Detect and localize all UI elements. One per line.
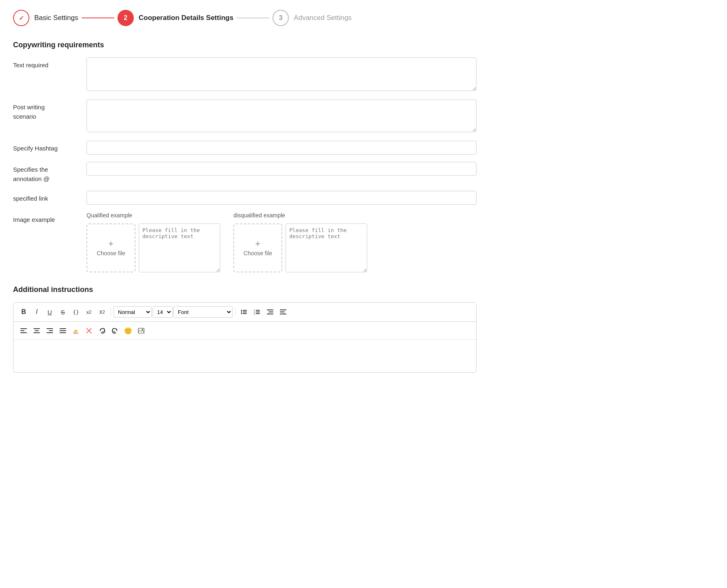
disqualified-col: disqualified example + Choose file	[233, 212, 367, 272]
link-input[interactable]	[86, 191, 477, 205]
font-select-wrap: Font Arial Times New Roman Georgia	[173, 306, 233, 318]
hashtag-row: Specify Hashtag	[13, 141, 477, 155]
emoji-button[interactable]: 🙂	[122, 325, 134, 337]
align-center-button[interactable]	[31, 325, 43, 337]
size-select[interactable]: 12 14 16 18 20	[153, 306, 173, 318]
disqualified-upload-box[interactable]: + Choose file	[233, 223, 282, 272]
text-required-input[interactable]	[86, 57, 477, 91]
svg-rect-22	[35, 330, 39, 331]
subscript-button[interactable]: X2	[96, 306, 108, 318]
text-required-label: Text required	[13, 57, 86, 70]
svg-point-2	[241, 312, 242, 313]
svg-rect-16	[280, 312, 285, 312]
hashtag-label: Specify Hashtag	[13, 141, 86, 153]
step-2-label: Cooperation Details Settings	[139, 14, 233, 22]
qualified-col: Qualified example + Choose file	[86, 212, 220, 272]
superscript-button[interactable]: x2	[83, 306, 95, 318]
disqualified-desc-input[interactable]	[286, 223, 367, 272]
strikethrough-button[interactable]: S	[57, 306, 69, 318]
annotation-label: Specifies theannotation @	[13, 162, 86, 183]
annotation-wrap	[86, 162, 477, 176]
format-select[interactable]: Normal Heading 1 Heading 2 Heading 3	[113, 306, 152, 318]
step-connector-2	[237, 18, 269, 18]
svg-rect-28	[60, 330, 66, 331]
format-select-wrap: Normal Heading 1 Heading 2 Heading 3	[113, 306, 152, 318]
undo-button[interactable]	[96, 325, 108, 337]
rich-editor: B I U S {} x2 X2 Normal Heading 1 Headin…	[13, 302, 477, 373]
post-writing-label: Post writingscenario	[13, 99, 86, 121]
post-writing-input[interactable]	[86, 99, 477, 132]
step-2: 2 Cooperation Details Settings	[117, 10, 233, 26]
align-justify-button[interactable]	[57, 325, 69, 337]
svg-rect-7	[256, 310, 260, 311]
additional-title: Additional instructions	[13, 285, 477, 294]
link-wrap	[86, 191, 477, 205]
svg-rect-20	[20, 332, 27, 333]
qualified-upload-label: Choose file	[97, 250, 125, 256]
svg-rect-12	[267, 309, 273, 310]
step-3-label: Advanced Settings	[294, 14, 352, 22]
svg-point-0	[241, 310, 242, 311]
toolbar-separator-2	[235, 308, 235, 316]
svg-rect-15	[280, 309, 286, 310]
stepper: ✓ Basic Settings 2 Cooperation Details S…	[13, 10, 477, 26]
qualified-label: Qualified example	[86, 212, 220, 219]
editor-content-area[interactable]	[13, 340, 476, 372]
svg-rect-14	[267, 314, 273, 314]
svg-rect-18	[20, 328, 27, 329]
align-right-button[interactable]	[44, 325, 56, 337]
ordered-list-button[interactable]: 1.2.3.	[251, 306, 263, 318]
outdent-button[interactable]	[264, 306, 276, 318]
align-left-button[interactable]	[18, 325, 30, 337]
step-3: 3 Advanced Settings	[273, 10, 352, 26]
svg-rect-27	[60, 328, 66, 329]
italic-button[interactable]: I	[31, 306, 43, 318]
text-required-row: Text required	[13, 57, 477, 92]
hashtag-wrap	[86, 141, 477, 155]
step-1-circle: ✓	[13, 10, 29, 26]
copywriting-section: Copywriting requirements Text required P…	[13, 41, 477, 272]
hashtag-input[interactable]	[86, 141, 477, 155]
link-label: specified link	[13, 191, 86, 203]
step-1-label: Basic Settings	[34, 14, 78, 22]
bold-button[interactable]: B	[18, 306, 30, 318]
disqualified-label: disqualified example	[233, 212, 367, 219]
indent-button[interactable]	[277, 306, 289, 318]
unordered-list-button[interactable]	[238, 306, 250, 318]
size-select-wrap: 12 14 16 18 20	[153, 306, 173, 318]
copywriting-title: Copywriting requirements	[13, 41, 477, 49]
qualified-inputs: + Choose file	[86, 223, 220, 272]
svg-rect-1	[243, 310, 247, 311]
font-select[interactable]: Font Arial Times New Roman Georgia	[173, 306, 233, 318]
svg-rect-23	[33, 332, 40, 333]
qualified-desc-input[interactable]	[139, 223, 220, 272]
image-button[interactable]	[135, 325, 147, 337]
toolbar-row2: 🙂	[13, 322, 476, 340]
additional-section: Additional instructions B I U S {} x2 X2…	[13, 285, 477, 373]
svg-rect-3	[243, 312, 247, 312]
annotation-row: Specifies theannotation @	[13, 162, 477, 183]
step-2-circle: 2	[117, 10, 134, 26]
svg-rect-9	[256, 312, 260, 312]
image-example-label: Image example	[13, 212, 86, 225]
code-button[interactable]: {}	[70, 306, 82, 318]
annotation-input[interactable]	[86, 162, 477, 176]
svg-point-4	[241, 313, 242, 314]
step-1: ✓ Basic Settings	[13, 10, 78, 26]
svg-point-32	[142, 329, 143, 330]
qualified-plus-icon: +	[109, 239, 114, 248]
svg-text:3.: 3.	[254, 313, 255, 315]
svg-rect-19	[20, 330, 24, 331]
svg-rect-25	[49, 330, 53, 331]
qualified-upload-box[interactable]: + Choose file	[86, 223, 135, 272]
highlight-button[interactable]	[70, 325, 82, 337]
toolbar-separator-1	[111, 308, 111, 316]
svg-rect-21	[33, 328, 40, 329]
svg-rect-26	[47, 332, 53, 333]
underline-button[interactable]: U	[44, 306, 56, 318]
link-row: specified link	[13, 191, 477, 205]
redo-button[interactable]	[109, 325, 121, 337]
clear-format-button[interactable]	[83, 325, 95, 337]
disqualified-inputs: + Choose file	[233, 223, 367, 272]
image-example-row: Image example Qualified example + Choose…	[13, 212, 477, 272]
